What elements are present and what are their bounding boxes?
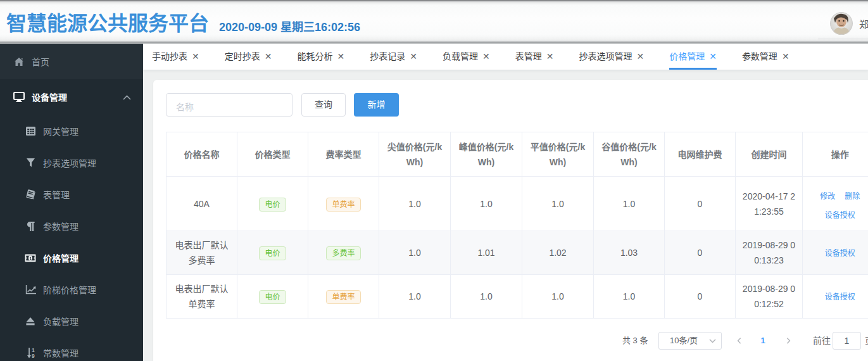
svg-text:9: 9 (32, 353, 35, 358)
